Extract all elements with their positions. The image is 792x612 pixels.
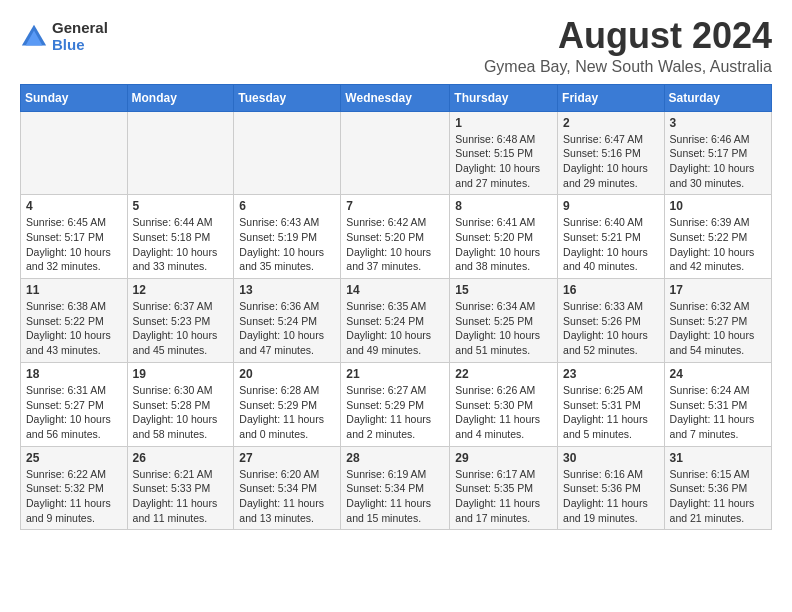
calendar-header: SundayMondayTuesdayWednesdayThursdayFrid… [21,84,772,111]
day-number: 24 [670,367,766,381]
day-number: 18 [26,367,122,381]
day-info: Sunrise: 6:38 AMSunset: 5:22 PMDaylight:… [26,299,122,358]
day-number: 5 [133,199,229,213]
day-info: Sunrise: 6:39 AMSunset: 5:22 PMDaylight:… [670,215,766,274]
calendar-cell: 18Sunrise: 6:31 AMSunset: 5:27 PMDayligh… [21,362,128,446]
day-number: 16 [563,283,659,297]
day-info: Sunrise: 6:42 AMSunset: 5:20 PMDaylight:… [346,215,444,274]
calendar-cell: 25Sunrise: 6:22 AMSunset: 5:32 PMDayligh… [21,446,128,530]
day-number: 27 [239,451,335,465]
calendar-cell [127,111,234,195]
logo-blue-label: Blue [52,37,108,54]
calendar-cell: 8Sunrise: 6:41 AMSunset: 5:20 PMDaylight… [450,195,558,279]
day-info: Sunrise: 6:44 AMSunset: 5:18 PMDaylight:… [133,215,229,274]
header-day-saturday: Saturday [664,84,771,111]
header-day-wednesday: Wednesday [341,84,450,111]
day-number: 25 [26,451,122,465]
day-info: Sunrise: 6:26 AMSunset: 5:30 PMDaylight:… [455,383,552,442]
day-info: Sunrise: 6:48 AMSunset: 5:15 PMDaylight:… [455,132,552,191]
calendar-cell: 15Sunrise: 6:34 AMSunset: 5:25 PMDayligh… [450,279,558,363]
header-row: SundayMondayTuesdayWednesdayThursdayFrid… [21,84,772,111]
day-number: 6 [239,199,335,213]
day-info: Sunrise: 6:43 AMSunset: 5:19 PMDaylight:… [239,215,335,274]
calendar-cell: 27Sunrise: 6:20 AMSunset: 5:34 PMDayligh… [234,446,341,530]
day-number: 4 [26,199,122,213]
calendar-cell: 23Sunrise: 6:25 AMSunset: 5:31 PMDayligh… [558,362,665,446]
day-info: Sunrise: 6:31 AMSunset: 5:27 PMDaylight:… [26,383,122,442]
calendar-cell: 4Sunrise: 6:45 AMSunset: 5:17 PMDaylight… [21,195,128,279]
day-info: Sunrise: 6:16 AMSunset: 5:36 PMDaylight:… [563,467,659,526]
logo-icon [20,23,48,51]
day-number: 14 [346,283,444,297]
day-number: 7 [346,199,444,213]
day-number: 23 [563,367,659,381]
week-row-5: 25Sunrise: 6:22 AMSunset: 5:32 PMDayligh… [21,446,772,530]
day-info: Sunrise: 6:22 AMSunset: 5:32 PMDaylight:… [26,467,122,526]
day-number: 22 [455,367,552,381]
day-number: 20 [239,367,335,381]
calendar-cell: 31Sunrise: 6:15 AMSunset: 5:36 PMDayligh… [664,446,771,530]
logo: General Blue [20,20,108,53]
header-day-friday: Friday [558,84,665,111]
calendar-cell: 10Sunrise: 6:39 AMSunset: 5:22 PMDayligh… [664,195,771,279]
day-number: 28 [346,451,444,465]
day-info: Sunrise: 6:47 AMSunset: 5:16 PMDaylight:… [563,132,659,191]
calendar-cell: 21Sunrise: 6:27 AMSunset: 5:29 PMDayligh… [341,362,450,446]
day-info: Sunrise: 6:32 AMSunset: 5:27 PMDaylight:… [670,299,766,358]
header-day-thursday: Thursday [450,84,558,111]
calendar-cell: 3Sunrise: 6:46 AMSunset: 5:17 PMDaylight… [664,111,771,195]
calendar-cell: 28Sunrise: 6:19 AMSunset: 5:34 PMDayligh… [341,446,450,530]
day-number: 11 [26,283,122,297]
day-number: 9 [563,199,659,213]
day-info: Sunrise: 6:36 AMSunset: 5:24 PMDaylight:… [239,299,335,358]
day-info: Sunrise: 6:21 AMSunset: 5:33 PMDaylight:… [133,467,229,526]
day-info: Sunrise: 6:24 AMSunset: 5:31 PMDaylight:… [670,383,766,442]
title-section: August 2024 Gymea Bay, New South Wales, … [484,16,772,76]
week-row-1: 1Sunrise: 6:48 AMSunset: 5:15 PMDaylight… [21,111,772,195]
calendar-title: August 2024 [484,16,772,56]
day-info: Sunrise: 6:34 AMSunset: 5:25 PMDaylight:… [455,299,552,358]
calendar-cell: 29Sunrise: 6:17 AMSunset: 5:35 PMDayligh… [450,446,558,530]
day-info: Sunrise: 6:37 AMSunset: 5:23 PMDaylight:… [133,299,229,358]
day-number: 26 [133,451,229,465]
day-number: 2 [563,116,659,130]
calendar-cell: 12Sunrise: 6:37 AMSunset: 5:23 PMDayligh… [127,279,234,363]
calendar-cell [234,111,341,195]
day-info: Sunrise: 6:20 AMSunset: 5:34 PMDaylight:… [239,467,335,526]
calendar-cell: 22Sunrise: 6:26 AMSunset: 5:30 PMDayligh… [450,362,558,446]
day-info: Sunrise: 6:40 AMSunset: 5:21 PMDaylight:… [563,215,659,274]
day-number: 8 [455,199,552,213]
day-info: Sunrise: 6:41 AMSunset: 5:20 PMDaylight:… [455,215,552,274]
day-info: Sunrise: 6:35 AMSunset: 5:24 PMDaylight:… [346,299,444,358]
calendar-cell: 16Sunrise: 6:33 AMSunset: 5:26 PMDayligh… [558,279,665,363]
day-number: 31 [670,451,766,465]
day-number: 30 [563,451,659,465]
calendar-cell: 5Sunrise: 6:44 AMSunset: 5:18 PMDaylight… [127,195,234,279]
day-number: 29 [455,451,552,465]
day-info: Sunrise: 6:19 AMSunset: 5:34 PMDaylight:… [346,467,444,526]
day-info: Sunrise: 6:33 AMSunset: 5:26 PMDaylight:… [563,299,659,358]
day-number: 13 [239,283,335,297]
calendar-subtitle: Gymea Bay, New South Wales, Australia [484,58,772,76]
day-number: 3 [670,116,766,130]
day-info: Sunrise: 6:46 AMSunset: 5:17 PMDaylight:… [670,132,766,191]
calendar-cell [341,111,450,195]
header-day-monday: Monday [127,84,234,111]
calendar-cell: 24Sunrise: 6:24 AMSunset: 5:31 PMDayligh… [664,362,771,446]
calendar-cell: 17Sunrise: 6:32 AMSunset: 5:27 PMDayligh… [664,279,771,363]
calendar-cell: 19Sunrise: 6:30 AMSunset: 5:28 PMDayligh… [127,362,234,446]
day-number: 1 [455,116,552,130]
calendar-cell: 30Sunrise: 6:16 AMSunset: 5:36 PMDayligh… [558,446,665,530]
day-number: 17 [670,283,766,297]
logo-text: General Blue [52,20,108,53]
calendar-cell: 1Sunrise: 6:48 AMSunset: 5:15 PMDaylight… [450,111,558,195]
calendar-cell: 14Sunrise: 6:35 AMSunset: 5:24 PMDayligh… [341,279,450,363]
day-number: 12 [133,283,229,297]
day-number: 19 [133,367,229,381]
calendar-cell: 6Sunrise: 6:43 AMSunset: 5:19 PMDaylight… [234,195,341,279]
day-info: Sunrise: 6:15 AMSunset: 5:36 PMDaylight:… [670,467,766,526]
logo-general-label: General [52,20,108,37]
week-row-3: 11Sunrise: 6:38 AMSunset: 5:22 PMDayligh… [21,279,772,363]
calendar-cell [21,111,128,195]
day-number: 10 [670,199,766,213]
